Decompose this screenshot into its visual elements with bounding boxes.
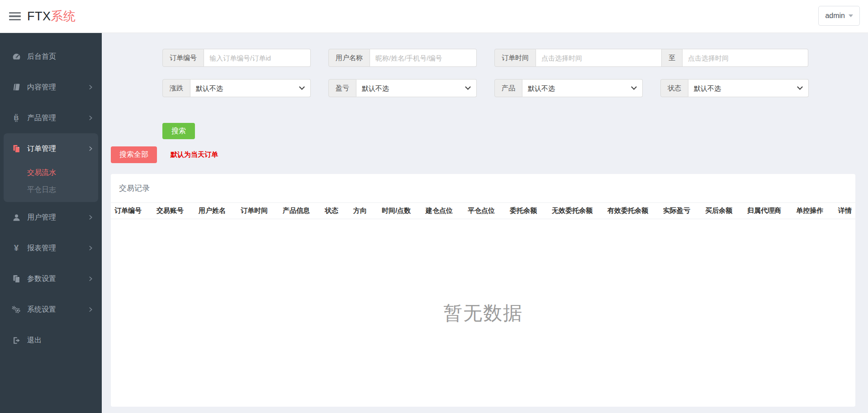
- logo-text-primary: FTX: [27, 9, 51, 23]
- default-note: 默认为当天订单: [171, 150, 218, 159]
- order-no-label: 订单编号: [162, 49, 204, 67]
- orders-copy-icon: [11, 144, 21, 153]
- sidebar-item-orders[interactable]: 订单管理: [4, 133, 98, 164]
- sign-out-icon: [11, 336, 21, 345]
- pl-group: 盈亏 默认不选: [328, 79, 477, 97]
- table-header-row: 订单编号 交易账号 用户姓名 订单时间 产品信息 状态 方向 时间/点数 建仓点…: [111, 202, 855, 219]
- gears-icon: [11, 305, 21, 314]
- column-header: 状态: [325, 206, 338, 215]
- column-header: 时间/点数: [382, 206, 411, 215]
- column-header: 订单时间: [241, 206, 268, 215]
- chevron-right-icon: [89, 245, 93, 251]
- search-all-button[interactable]: 搜索全部: [111, 146, 157, 163]
- sidebar-item-label: 内容管理: [27, 83, 89, 92]
- sidebar-subitem-close-log[interactable]: 平仓日志: [4, 181, 98, 198]
- user-name-input[interactable]: [370, 49, 477, 67]
- product-select[interactable]: 默认不选: [522, 79, 643, 97]
- time-to-label: 至: [662, 49, 683, 67]
- sidebar-item-dashboard[interactable]: 后台首页: [0, 41, 102, 72]
- user-icon: [11, 213, 21, 222]
- dashboard-icon: [11, 52, 21, 61]
- app-logo: FTX系统: [27, 8, 76, 24]
- sidebar-item-reports[interactable]: ¥ 报表管理: [0, 233, 102, 263]
- column-header: 委托余额: [510, 206, 537, 215]
- filter-form: 订单编号 用户名称 订单时间 至 涨跌: [162, 49, 855, 139]
- chevron-right-icon: [89, 145, 93, 152]
- status-label: 状态: [660, 79, 688, 97]
- sidebar-subitem-transactions[interactable]: 交易流水: [4, 164, 98, 181]
- bitcoin-icon: B: [11, 113, 21, 122]
- chevron-down-icon: [849, 14, 853, 17]
- column-header: 有效委托余额: [607, 206, 648, 215]
- params-copy-icon: [11, 274, 21, 283]
- updown-select[interactable]: 默认不选: [190, 79, 311, 97]
- sidebar-subitem-label: 交易流水: [27, 168, 56, 178]
- yen-icon: ¥: [11, 244, 21, 253]
- chevron-right-icon: [89, 115, 93, 121]
- sidebar-item-label: 产品管理: [27, 113, 89, 123]
- sidebar-item-parameters[interactable]: 参数设置: [0, 263, 102, 294]
- empty-state-text: 暂无数据: [443, 300, 523, 326]
- top-header: FTX系统 admin: [0, 0, 868, 33]
- sidebar-subitem-label: 平仓日志: [27, 185, 56, 195]
- column-header: 归属代理商: [747, 206, 781, 215]
- time-to-input[interactable]: [683, 49, 808, 67]
- svg-text:B: B: [14, 114, 19, 122]
- status-group: 状态 默认不选: [660, 79, 809, 97]
- updown-label: 涨跌: [162, 79, 190, 97]
- sidebar-item-label: 系统设置: [27, 305, 89, 314]
- column-header: 无效委托余额: [552, 206, 593, 215]
- sidebar-item-label: 退出: [27, 336, 93, 345]
- order-no-group: 订单编号: [162, 49, 311, 67]
- updown-group: 涨跌 默认不选: [162, 79, 311, 97]
- user-menu-button[interactable]: admin: [818, 6, 860, 26]
- chevron-right-icon: [89, 306, 93, 313]
- column-header: 单控操作: [796, 206, 823, 215]
- column-header: 方向: [353, 206, 367, 215]
- chevron-right-icon: [89, 214, 93, 221]
- order-time-group: 订单时间 至: [494, 49, 808, 67]
- records-panel: 交易记录 订单编号 交易账号 用户姓名 订单时间 产品信息 状态 方向 时间/点…: [111, 174, 855, 407]
- sidebar-item-users[interactable]: 用户管理: [0, 202, 102, 233]
- search-button[interactable]: 搜索: [162, 123, 195, 139]
- panel-title: 交易记录: [111, 174, 855, 202]
- sidebar-item-products[interactable]: B 产品管理: [0, 103, 102, 133]
- product-group: 产品 默认不选: [494, 79, 643, 97]
- time-from-input[interactable]: [536, 49, 662, 67]
- column-header: 交易账号: [157, 206, 184, 215]
- column-header: 订单编号: [114, 206, 142, 215]
- column-header: 产品信息: [283, 206, 310, 215]
- main-content: 订单编号 用户名称 订单时间 至 涨跌: [102, 33, 868, 413]
- sidebar-item-logout[interactable]: 退出: [0, 325, 102, 356]
- order-no-input[interactable]: [204, 49, 311, 67]
- user-menu-label: admin: [825, 12, 845, 20]
- sidebar-item-label: 后台首页: [27, 52, 93, 61]
- column-header: 平仓点位: [468, 206, 495, 215]
- book-icon: [11, 83, 21, 92]
- column-header: 用户姓名: [199, 206, 226, 215]
- sidebar-group-orders: 订单管理 交易流水 平仓日志: [4, 133, 98, 202]
- column-header: 建仓点位: [426, 206, 453, 215]
- sidebar-item-label: 报表管理: [27, 244, 89, 253]
- product-label: 产品: [494, 79, 522, 97]
- table-body: 暂无数据: [111, 219, 855, 407]
- sidebar-item-system[interactable]: 系统设置: [0, 294, 102, 325]
- logo-text-accent: 系统: [51, 9, 76, 23]
- hamburger-menu-icon[interactable]: [9, 10, 22, 23]
- sidebar-item-content[interactable]: 内容管理: [0, 72, 102, 103]
- sidebar-item-label: 参数设置: [27, 274, 89, 284]
- chevron-right-icon: [89, 84, 93, 90]
- pl-select[interactable]: 默认不选: [356, 79, 477, 97]
- user-name-group: 用户名称: [328, 49, 477, 67]
- column-header: 买后余额: [705, 206, 732, 215]
- column-header: 详情: [838, 206, 852, 215]
- pl-label: 盈亏: [328, 79, 356, 97]
- sidebar-item-label: 用户管理: [27, 213, 89, 222]
- column-header: 实际盈亏: [663, 206, 690, 215]
- sidebar: 后台首页 内容管理 B 产品管理 订单管理: [0, 33, 102, 413]
- sidebar-item-label: 订单管理: [27, 144, 89, 154]
- chevron-right-icon: [89, 276, 93, 282]
- status-select[interactable]: 默认不选: [688, 79, 809, 97]
- order-time-label: 订单时间: [494, 49, 536, 67]
- user-name-label: 用户名称: [328, 49, 370, 67]
